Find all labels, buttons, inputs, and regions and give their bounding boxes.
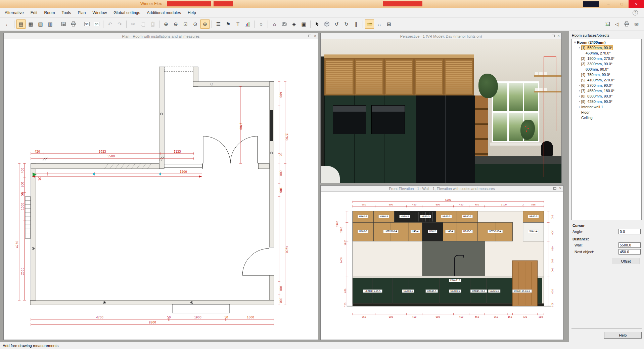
plan-view-button[interactable]: ▤	[16, 20, 26, 29]
menu-tools[interactable]: Tools	[58, 8, 74, 17]
restore-icon[interactable]	[308, 35, 311, 37]
menu-window[interactable]: Window	[89, 8, 110, 17]
save-button[interactable]	[59, 20, 68, 29]
elevation-drawing[interactable]: HR60-5HR60-5HR60-8HR60-5HR60-5HR60-5HR60…	[321, 192, 563, 340]
menu-help[interactable]: Help	[184, 8, 199, 17]
measure-button[interactable]	[365, 20, 374, 29]
tree-item-5[interactable]: 600mm, 90.0°	[572, 67, 641, 72]
undo-icon: ↶	[108, 21, 112, 27]
plan-drawing[interactable]: 4503925112555001500270047005019005016008…	[4, 39, 318, 340]
help-circle-icon[interactable]: ?	[633, 10, 638, 15]
export-back-button[interactable]: ◁	[612, 20, 622, 29]
rotate-left-button[interactable]: ↺	[332, 20, 341, 29]
minimize-button[interactable]: –	[602, 0, 615, 8]
chevron-right-icon[interactable]: ›	[578, 105, 581, 109]
angle-field[interactable]	[618, 229, 641, 234]
tree-item-2[interactable]: 450mm, 270.0°	[572, 50, 641, 56]
sc-button[interactable]: sc	[82, 20, 91, 29]
grid-add-button[interactable]: ⊞	[384, 20, 394, 29]
open-shelf-unit	[475, 95, 488, 160]
dimension-button[interactable]: ↔	[375, 20, 384, 29]
bay-step	[172, 304, 230, 313]
perspective-3d-view[interactable]	[321, 39, 561, 183]
elevation-canvas[interactable]: HR60-5HR60-5HR60-8HR60-5HR60-5HR60-5HR60…	[321, 192, 563, 340]
send-button[interactable]: ✉	[632, 20, 641, 29]
menu-alternative[interactable]: Alternative	[1, 8, 27, 17]
chevron-right-icon[interactable]: ›	[578, 46, 581, 49]
render-photo-button[interactable]	[603, 20, 612, 29]
perspective-view-button[interactable]: ▧	[36, 20, 45, 29]
flag-button[interactable]: ⚑	[224, 20, 233, 29]
plan-dim-label: 600	[279, 92, 282, 98]
close-icon[interactable]: ×	[557, 34, 560, 38]
zoom-previous-button[interactable]: ⊙	[191, 20, 200, 29]
window-sill	[490, 143, 542, 146]
tree-item-12[interactable]: ›Interior wall 1	[572, 104, 641, 110]
restore-icon[interactable]	[553, 187, 556, 190]
tree-item-13[interactable]: Floor	[572, 110, 641, 115]
zoom-out-button[interactable]: ⊖	[171, 20, 180, 29]
close-icon[interactable]: ×	[559, 187, 561, 190]
tree-item-4[interactable]: [3] 3300mm, 90.0°	[572, 61, 641, 67]
menu-additional-modules[interactable]: Additional modules	[144, 8, 184, 17]
tree-item-11[interactable]: ›[9] 4250mm, 90.0°	[572, 99, 641, 104]
camera-position-button[interactable]	[280, 20, 289, 29]
plan-dim-label: 300	[21, 182, 24, 187]
chevron-right-icon[interactable]: ›	[578, 94, 581, 98]
chevron-down-icon[interactable]: ∨	[573, 41, 577, 44]
rotate-right-button[interactable]: ↻	[342, 20, 351, 29]
text-button[interactable]: T	[233, 20, 242, 29]
wall-distance-field[interactable]	[618, 242, 641, 248]
panorama-button[interactable]: ▣	[299, 20, 308, 29]
note-button[interactable]: ☰	[214, 20, 223, 29]
tree-item-1[interactable]: ›[1] 5500mm, 90.0°	[572, 45, 641, 50]
tree-item-9[interactable]: ›[7] 4550mm, 180.0°	[572, 88, 641, 93]
tree-item-0[interactable]: ∨Room (2400mm)	[572, 40, 641, 45]
chevron-right-icon[interactable]: ›	[578, 100, 581, 103]
plan-panel: Plan - Room with installations and all m…	[3, 33, 318, 340]
menu-room[interactable]: Room	[41, 8, 58, 17]
scene-3d-button[interactable]: ◈	[289, 20, 298, 29]
toolbar-separator	[268, 21, 268, 28]
arc-button[interactable]: ○	[257, 20, 266, 29]
offset-button[interactable]: Offset	[612, 258, 640, 264]
chevron-right-icon[interactable]: ›	[578, 89, 581, 92]
zoom-window-button[interactable]: ⊡	[181, 20, 190, 29]
object-3d-button[interactable]	[322, 20, 331, 29]
menu-global-settings[interactable]: Global settings	[110, 8, 143, 17]
select-button[interactable]	[313, 20, 322, 29]
list-view-button[interactable]: ▥	[46, 20, 55, 29]
chevron-right-icon[interactable]: ›	[578, 84, 581, 87]
align-parallel-button[interactable]: ∥	[352, 20, 361, 29]
close-button[interactable]: ×	[629, 0, 644, 8]
maximize-button[interactable]: □	[615, 0, 629, 8]
radiator	[25, 197, 31, 238]
print-view-button[interactable]	[622, 20, 631, 29]
walls-button[interactable]: ⌂	[270, 20, 279, 29]
next-object-field[interactable]	[618, 249, 641, 255]
menu-edit[interactable]: Edit	[27, 8, 41, 17]
zoom-in-icon: ⊕	[164, 21, 168, 27]
zoom-all-button[interactable]: ⊛	[200, 20, 210, 29]
rotate-right-icon: ↻	[344, 21, 349, 27]
back-button[interactable]: ←	[3, 20, 12, 29]
tree-item-3[interactable]: [2] 1900mm, 270.0°	[572, 56, 641, 61]
elevation-view-button[interactable]: ▦	[26, 20, 35, 29]
plan-canvas[interactable]: 4503925112555001500270047005019005016008…	[4, 39, 318, 340]
zoom-in-button[interactable]: ⊕	[162, 20, 171, 29]
svg-text:1800: 1800	[344, 240, 347, 245]
pn-button[interactable]: pn	[92, 20, 101, 29]
close-icon[interactable]: ×	[314, 34, 316, 38]
tree-item-14[interactable]: Ceiling	[572, 115, 641, 120]
help-button[interactable]: Help	[604, 332, 642, 339]
plan-dim-label: 1125	[174, 150, 181, 153]
statistics-button[interactable]	[243, 20, 252, 29]
tree-item-8[interactable]: ›[6] 2700mm, 90.0°	[572, 83, 641, 88]
restore-icon[interactable]	[552, 35, 555, 37]
menu-plan[interactable]: Plan	[74, 8, 89, 17]
tree-item-6[interactable]: [4] 750mm, 90.0°	[572, 72, 641, 77]
tree-item-10[interactable]: ›[8] 8300mm, 90.0°	[572, 93, 641, 99]
print-button[interactable]	[69, 20, 78, 29]
svg-text:180: 180	[551, 259, 554, 263]
tree-item-7[interactable]: [5] 4100mm, 270.0°	[572, 77, 641, 83]
